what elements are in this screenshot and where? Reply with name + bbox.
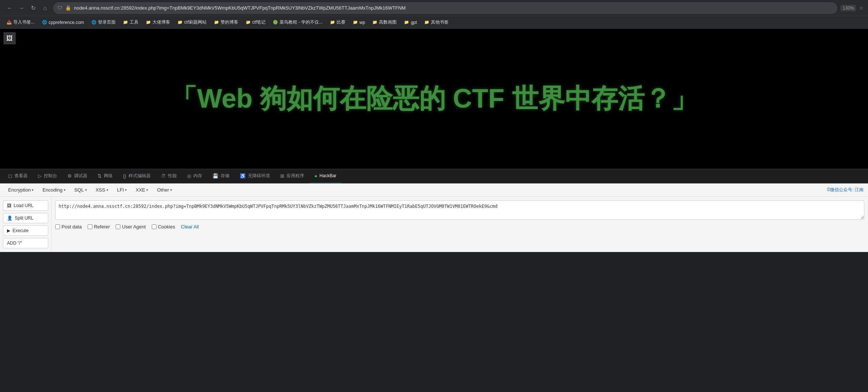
bookmark-import[interactable]: 📥 导入书签... [4, 18, 38, 27]
bookmark-icon: 📥 [7, 20, 12, 25]
split-url-icon: 👤 [7, 216, 13, 221]
tab-inspector[interactable]: ◻ 查看器 [3, 169, 33, 183]
cookies-checkbox[interactable] [152, 224, 157, 229]
main-content: 🖼 「Web 狗如何在险恶的 CTF 世界中存活？」 [0, 29, 868, 169]
address-bar-container: 🛡 🔒 [53, 2, 837, 14]
postdata-checkbox[interactable] [55, 224, 60, 229]
folder-icon: 📁 [372, 20, 377, 25]
folder-icon: 📁 [424, 20, 429, 25]
add-slash-button[interactable]: ADD "/" [3, 238, 48, 248]
tab-network[interactable]: ⇅ 网络 [92, 169, 118, 183]
accessibility-icon: ♿ [240, 173, 246, 179]
browser-chrome: ← → ↻ ⌂ 🛡 🔒 130% ☆ [0, 0, 868, 16]
tab-hackbar[interactable]: ● HackBar [309, 169, 342, 183]
style-icon: {} [123, 173, 126, 179]
menu-encoding[interactable]: Encoding ▾ [39, 186, 69, 194]
folder-icon: 📁 [404, 20, 409, 25]
bookmark-other[interactable]: 📁 其他书签 [421, 18, 451, 27]
bookmark-icon: 🌐 [42, 20, 47, 25]
performance-icon: ⏱ [161, 173, 166, 179]
menu-sql[interactable]: SQL ▾ [71, 186, 91, 194]
menu-lfi[interactable]: LFI ▾ [113, 186, 131, 194]
split-url-button[interactable]: 👤 Split URL [3, 213, 48, 223]
tab-accessibility[interactable]: ♿ 无障碍环境 [235, 169, 275, 183]
back-button[interactable]: ← [4, 3, 15, 13]
bookmark-tools[interactable]: 📁 工具 [120, 18, 141, 27]
tab-console[interactable]: ▷ 控制台 [33, 169, 62, 183]
hackbar-options: Post data Referer User Agent Cookies Cle… [55, 223, 864, 231]
menu-xxe[interactable]: XXE ▾ [132, 186, 152, 194]
url-input[interactable] [55, 200, 864, 220]
chevron-down-icon: ▾ [146, 188, 148, 192]
bookmark-ctf[interactable]: 📁 ctf刷题网站 [175, 18, 210, 27]
reload-button[interactable]: ↻ [28, 3, 38, 13]
zoom-level: 130% [840, 5, 856, 11]
useragent-checkbox[interactable] [116, 224, 120, 229]
home-button[interactable]: ⌂ [40, 3, 50, 13]
page-main-title: 「Web 狗如何在险恶的 CTF 世界中存活？」 [171, 81, 697, 116]
bookmark-zan[interactable]: 📁 赞的博客 [211, 18, 241, 27]
cookies-checkbox-label[interactable]: Cookies [152, 224, 175, 230]
forward-button[interactable]: → [16, 3, 27, 13]
bookmarks-bar: 📥 导入书签... 🌐 cppreference.com 🌐 登录页面 📁 工具… [0, 16, 868, 29]
security-icon: 🛡 [57, 5, 62, 11]
referer-checkbox[interactable] [88, 224, 92, 229]
chevron-down-icon: ▾ [85, 188, 87, 192]
postdata-checkbox-label[interactable]: Post data [55, 224, 82, 230]
bookmark-ctfnotes[interactable]: 📁 ctf笔记 [243, 18, 269, 27]
load-url-icon: 🖼 [7, 203, 11, 208]
bookmark-icon: 🌐 [91, 20, 96, 25]
folder-icon: 📁 [246, 20, 251, 25]
menu-other[interactable]: Other ▾ [153, 186, 176, 194]
folder-icon: 📁 [146, 20, 151, 25]
tab-debugger[interactable]: ⚙ 调试器 [62, 169, 92, 183]
menu-xss[interactable]: XSS ▾ [92, 186, 112, 194]
folder-icon: 📁 [178, 20, 183, 25]
hackbar-icon: ● [314, 173, 317, 179]
tab-style-editor[interactable]: {} 样式编辑器 [118, 169, 156, 183]
tab-performance[interactable]: ⏱ 性能 [156, 169, 182, 183]
hackbar-panel: Encryption ▾ Encoding ▾ SQL ▾ XSS ▾ LFI … [0, 183, 868, 252]
network-icon: ⇅ [98, 173, 102, 179]
storage-icon: 💾 [212, 173, 218, 179]
chevron-down-icon: ▾ [106, 188, 108, 192]
chevron-down-icon: ▾ [125, 188, 127, 192]
load-url-button[interactable]: 🖼 Load URL [3, 200, 48, 211]
chevron-down-icon: ▾ [170, 188, 172, 192]
execute-button[interactable]: ▶ Execute [3, 225, 48, 236]
referer-checkbox-label[interactable]: Referer [88, 224, 110, 230]
bookmark-math[interactable]: 📁 高数画图 [369, 18, 400, 27]
bookmark-runoob[interactable]: 🟢 菜鸟教程 - 学的不仅... [270, 18, 326, 27]
inspector-icon: ◻ [8, 173, 12, 179]
copyright-text: ©微信公众号: 江南 [827, 187, 864, 193]
application-icon: ⊞ [280, 173, 284, 179]
bookmark-wp[interactable]: 📁 wp [350, 18, 368, 27]
bookmark-login[interactable]: 🌐 登录页面 [88, 18, 119, 27]
bookmark-dalao[interactable]: 📁 大佬博客 [143, 18, 173, 27]
chevron-down-icon: ▾ [64, 188, 66, 192]
hackbar-sidebar: 🖼 Load URL 👤 Split URL ▶ Execute ADD "/" [0, 197, 52, 252]
console-icon: ▷ [38, 173, 42, 179]
browser-actions: 130% ☆ [840, 5, 864, 11]
runoob-icon: 🟢 [273, 20, 278, 25]
memory-icon: ◎ [187, 173, 191, 179]
useragent-checkbox-label[interactable]: User Agent [116, 224, 145, 230]
hackbar-content: Post data Referer User Agent Cookies Cle… [52, 197, 868, 252]
hackbar-menubar: Encryption ▾ Encoding ▾ SQL ▾ XSS ▾ LFI … [0, 183, 868, 197]
folder-icon: 📁 [123, 20, 128, 25]
bookmark-gpt[interactable]: 📁 gpt [401, 18, 420, 27]
lock-icon: 🔒 [65, 5, 71, 11]
tab-memory[interactable]: ◎ 内存 [182, 169, 207, 183]
nav-buttons: ← → ↻ ⌂ [4, 3, 50, 13]
bookmark-star-icon[interactable]: ☆ [859, 5, 864, 11]
bookmark-cppreference[interactable]: 🌐 cppreference.com [39, 18, 87, 27]
folder-icon: 📁 [353, 20, 358, 25]
menu-encryption[interactable]: Encryption ▾ [4, 186, 37, 194]
page-favicon: 🖼 [4, 32, 15, 44]
address-bar[interactable] [74, 5, 833, 11]
debugger-icon: ⚙ [67, 173, 72, 179]
tab-application[interactable]: ⊞ 应用程序 [275, 169, 309, 183]
tab-storage[interactable]: 💾 存储 [207, 169, 235, 183]
bookmark-competition[interactable]: 📁 比赛 [327, 18, 348, 27]
clear-all-button[interactable]: Clear All [181, 224, 199, 230]
